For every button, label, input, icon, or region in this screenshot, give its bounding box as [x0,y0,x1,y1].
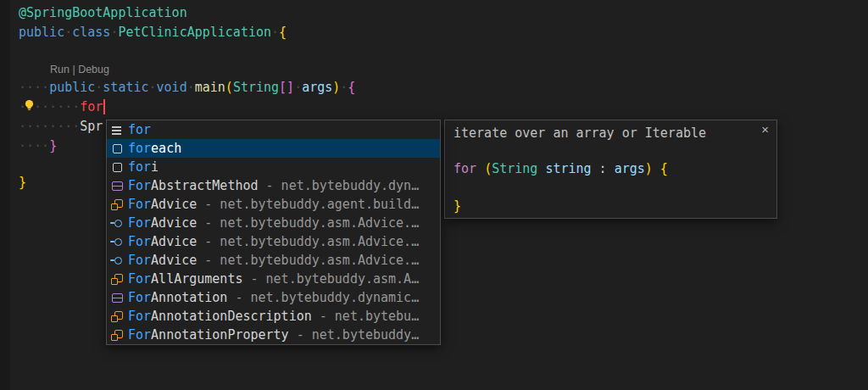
suggestion-label: For [128,178,151,193]
suggestion-item[interactable]: ForAbstractMethod - net.bytebuddy.dyn… [107,176,440,195]
brace-token: { [348,80,355,95]
suggestion-label: For [128,309,151,324]
whitespace-dots: ···· [19,80,49,95]
whitespace-dot: · [294,80,302,95]
interface-icon [110,235,124,248]
suggestion-detail: - net.bytebuddy.agent.build… [197,197,419,212]
bracket-token: [] [279,80,294,95]
run-link[interactable]: Run [50,64,70,75]
suggestion-label: For [128,197,151,212]
suggestion-label-rest: AllArguments [151,271,242,287]
suggestion-label: for [128,141,151,156]
suggestion-label: For [128,215,151,231]
suggestion-label: for [128,122,151,137]
suggestion-item-selected[interactable]: foreach [107,139,440,158]
suggestion-label-rest: Advice [151,215,197,231]
suggestion-label-rest: Advice [151,234,197,249]
whitespace-dot: · [340,80,348,95]
suggestion-detail: - net.bytebuddy.dynamic… [227,290,419,305]
type-token: String [492,161,537,176]
whitespace-dot: · [149,80,157,95]
keyword-token: static [103,80,148,95]
whitespace-dots: ···· [19,138,49,153]
whitespace-dot: · [64,25,72,40]
brace-token: } [453,198,461,214]
whitespace-dot: · [271,25,279,40]
space [476,161,484,176]
debug-link[interactable]: Debug [78,64,109,75]
parameter-token: args [302,80,332,95]
type-token: String [233,80,279,95]
suggestion-label: For [128,290,151,305]
brace-token: { [279,25,287,40]
codelens-separator: | [70,64,78,75]
suggestion-label-rest: AnnotationDescription [151,309,312,324]
brace-token: } [49,138,57,153]
struct-icon [110,291,124,304]
paren-token: ) [645,161,653,176]
space [592,161,599,176]
class-icon [110,328,124,342]
lightbulb-icon[interactable] [22,98,36,113]
suggestion-item[interactable]: ForAdvice - net.bytebuddy.agent.build… [107,195,440,214]
suggest-widget: for foreach fori ForAbstractMethod - net… [106,120,441,345]
typed-text-token: Spr [80,119,103,134]
colon-token: : [599,161,607,176]
suggestion-label-rest: Annotation [151,290,227,305]
suggestion-docs-panel: iterate over an array or Iterable × for … [444,120,777,219]
whitespace-dot: · [187,80,195,95]
code-line: @SpringBootApplication [19,3,187,22]
keyword-token: void [157,80,187,95]
snippet-icon [110,142,124,155]
suggestion-item[interactable]: ForAllArguments - net.bytebuddy.asm.A… [107,270,440,288]
suggestion-detail: - net.bytebuddy.asm.Advice.… [197,253,419,268]
whitespace-dots: ········ [19,119,80,134]
docs-summary: iterate over an array or Iterable [453,125,706,141]
suggestion-item[interactable]: ForAdvice - net.bytebuddy.asm.Advice.… [107,232,440,251]
code-line: } [19,173,26,192]
paren-token: ) [332,80,340,95]
class-icon [110,309,124,323]
suggestion-item[interactable]: for [107,120,440,139]
method-name-token: main [195,80,225,95]
keyword-token: public [49,80,95,95]
space [607,161,615,176]
code-line: ····} [19,136,57,155]
suggestion-item[interactable]: ForAdvice - net.bytebuddy.asm.Advice.… [107,214,440,232]
close-icon[interactable]: × [761,123,769,136]
class-icon [110,198,124,211]
suggestion-label: For [128,253,151,268]
suggestion-label: For [128,234,151,249]
suggestion-item[interactable]: fori [107,158,440,176]
keyword-token: for [453,161,476,176]
suggestion-item[interactable]: ForAnnotation - net.bytebuddy.dynamic… [107,288,440,307]
variable-token: args [615,161,645,176]
interface-icon [110,254,124,267]
snippet-icon [110,160,124,174]
suggestion-item[interactable]: ForAnnotationProperty - net.bytebuddy… [107,326,440,344]
brace-token: } [19,175,26,190]
struct-icon [110,179,124,192]
class-icon [110,272,124,286]
docs-code-line: } [453,198,461,214]
text-cursor [103,99,105,114]
suggestion-item[interactable]: ForAnnotationDescription - net.bytebu… [107,307,440,326]
paren-token: ( [225,80,233,95]
suggestion-label-rest: Advice [151,197,197,212]
suggestion-label: For [128,271,151,287]
typed-text-token: for [80,99,103,114]
suggestion-label-rest: AbstractMethod [151,178,258,193]
docs-code-line: for (String string : args) { [453,161,668,176]
space [653,161,660,176]
code-line: public·class·PetClinicApplication·{ [19,23,287,42]
codelens: Run | Debug [50,60,109,79]
code-line: ········Spr [19,117,103,136]
suggestion-detail: - net.bytebuddy.asm.A… [242,271,419,287]
annotation-token: @SpringBootApplication [19,5,187,20]
suggestion-item[interactable]: ForAdvice - net.bytebuddy.asm.Advice.… [107,251,440,270]
suggestion-detail: - net.bytebuddy.asm.Advice.… [197,234,419,249]
interface-icon [110,216,124,230]
keyword-token: public [19,25,64,40]
keyword-icon [110,123,124,136]
code-line: ····public·static·void·main(String[]·arg… [19,78,355,97]
